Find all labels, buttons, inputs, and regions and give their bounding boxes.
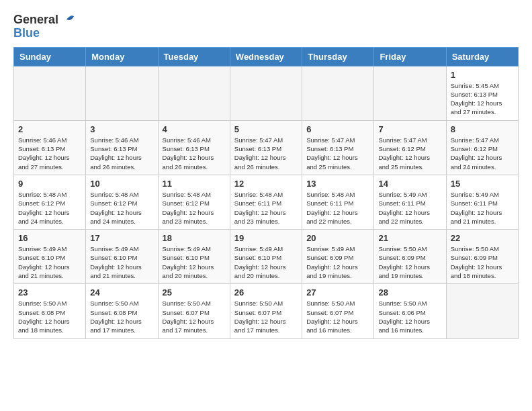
day-of-week-header: Tuesday — [158, 47, 230, 66]
day-number: 24 — [90, 287, 153, 298]
calendar-cell: 24Sunrise: 5:50 AM Sunset: 6:08 PM Dayli… — [86, 284, 158, 338]
day-number: 8 — [451, 124, 514, 134]
calendar-cell — [86, 66, 158, 120]
calendar-cell: 2Sunrise: 5:46 AM Sunset: 6:13 PM Daylig… — [14, 120, 86, 175]
logo-general-text: General — [13, 13, 58, 27]
calendar-week-row: 2Sunrise: 5:46 AM Sunset: 6:13 PM Daylig… — [14, 120, 519, 175]
calendar-cell — [14, 66, 86, 120]
day-number: 11 — [163, 179, 226, 189]
day-detail: Sunrise: 5:47 AM Sunset: 6:12 PM Dayligh… — [451, 136, 514, 171]
calendar-cell: 15Sunrise: 5:49 AM Sunset: 6:11 PM Dayli… — [446, 175, 518, 229]
calendar-cell: 16Sunrise: 5:49 AM Sunset: 6:10 PM Dayli… — [14, 230, 86, 284]
day-of-week-header: Wednesday — [230, 47, 302, 66]
calendar-cell: 11Sunrise: 5:48 AM Sunset: 6:12 PM Dayli… — [158, 175, 230, 229]
calendar-cell: 5Sunrise: 5:47 AM Sunset: 6:13 PM Daylig… — [230, 120, 302, 175]
day-detail: Sunrise: 5:48 AM Sunset: 6:12 PM Dayligh… — [90, 190, 153, 226]
calendar-cell: 8Sunrise: 5:47 AM Sunset: 6:12 PM Daylig… — [446, 120, 518, 175]
day-of-week-header: Sunday — [14, 47, 86, 66]
calendar-cell: 27Sunrise: 5:50 AM Sunset: 6:07 PM Dayli… — [302, 284, 374, 338]
day-detail: Sunrise: 5:49 AM Sunset: 6:10 PM Dayligh… — [18, 244, 81, 280]
day-detail: Sunrise: 5:50 AM Sunset: 6:07 PM Dayligh… — [163, 299, 226, 334]
calendar-cell — [374, 66, 446, 120]
calendar-cell: 10Sunrise: 5:48 AM Sunset: 6:12 PM Dayli… — [86, 175, 158, 229]
day-detail: Sunrise: 5:50 AM Sunset: 6:07 PM Dayligh… — [306, 299, 369, 334]
calendar-week-row: 1Sunrise: 5:45 AM Sunset: 6:13 PM Daylig… — [14, 66, 519, 120]
calendar-cell: 1Sunrise: 5:45 AM Sunset: 6:13 PM Daylig… — [446, 66, 518, 120]
day-detail: Sunrise: 5:49 AM Sunset: 6:10 PM Dayligh… — [90, 244, 153, 280]
calendar-cell — [230, 66, 302, 120]
day-detail: Sunrise: 5:50 AM Sunset: 6:09 PM Dayligh… — [378, 244, 441, 280]
day-number: 28 — [378, 287, 441, 298]
day-detail: Sunrise: 5:46 AM Sunset: 6:13 PM Dayligh… — [163, 136, 226, 171]
calendar-cell: 9Sunrise: 5:48 AM Sunset: 6:12 PM Daylig… — [14, 175, 86, 229]
day-number: 22 — [451, 233, 514, 243]
calendar-cell: 6Sunrise: 5:47 AM Sunset: 6:13 PM Daylig… — [302, 120, 374, 175]
day-detail: Sunrise: 5:50 AM Sunset: 6:07 PM Dayligh… — [234, 299, 298, 334]
day-of-week-header: Thursday — [302, 47, 374, 66]
day-number: 1 — [451, 70, 514, 80]
calendar-cell — [446, 284, 518, 338]
calendar-header-row: SundayMondayTuesdayWednesdayThursdayFrid… — [14, 47, 519, 66]
day-number: 5 — [234, 124, 298, 134]
day-number: 9 — [18, 179, 81, 189]
day-detail: Sunrise: 5:46 AM Sunset: 6:13 PM Dayligh… — [90, 136, 153, 171]
calendar-cell: 22Sunrise: 5:50 AM Sunset: 6:09 PM Dayli… — [446, 230, 518, 284]
day-detail: Sunrise: 5:49 AM Sunset: 6:09 PM Dayligh… — [306, 244, 369, 280]
day-detail: Sunrise: 5:49 AM Sunset: 6:11 PM Dayligh… — [378, 190, 441, 226]
day-number: 4 — [163, 124, 226, 134]
day-number: 10 — [90, 179, 153, 189]
day-number: 13 — [306, 179, 369, 189]
day-detail: Sunrise: 5:46 AM Sunset: 6:13 PM Dayligh… — [18, 136, 81, 171]
day-detail: Sunrise: 5:50 AM Sunset: 6:08 PM Dayligh… — [18, 299, 81, 334]
calendar-cell: 7Sunrise: 5:47 AM Sunset: 6:12 PM Daylig… — [374, 120, 446, 175]
day-number: 20 — [306, 233, 369, 243]
logo: General Blue — [13, 13, 75, 40]
day-of-week-header: Monday — [86, 47, 158, 66]
page-header: General Blue — [13, 13, 519, 40]
calendar-cell: 23Sunrise: 5:50 AM Sunset: 6:08 PM Dayli… — [14, 284, 86, 338]
day-number: 19 — [234, 233, 298, 243]
calendar-week-row: 23Sunrise: 5:50 AM Sunset: 6:08 PM Dayli… — [14, 284, 519, 338]
day-number: 7 — [378, 124, 441, 134]
calendar-cell: 26Sunrise: 5:50 AM Sunset: 6:07 PM Dayli… — [230, 284, 302, 338]
day-detail: Sunrise: 5:49 AM Sunset: 6:10 PM Dayligh… — [234, 244, 298, 280]
logo-bird-icon — [60, 13, 75, 25]
calendar-cell: 21Sunrise: 5:50 AM Sunset: 6:09 PM Dayli… — [374, 230, 446, 284]
calendar-cell — [158, 66, 230, 120]
day-number: 16 — [18, 233, 81, 243]
calendar-week-row: 16Sunrise: 5:49 AM Sunset: 6:10 PM Dayli… — [14, 230, 519, 284]
calendar-cell: 18Sunrise: 5:49 AM Sunset: 6:10 PM Dayli… — [158, 230, 230, 284]
day-number: 17 — [90, 233, 153, 243]
day-number: 25 — [163, 287, 226, 298]
day-number: 2 — [18, 124, 81, 134]
day-number: 6 — [306, 124, 369, 134]
day-detail: Sunrise: 5:49 AM Sunset: 6:10 PM Dayligh… — [163, 244, 226, 280]
day-detail: Sunrise: 5:49 AM Sunset: 6:11 PM Dayligh… — [451, 190, 514, 226]
calendar-cell: 12Sunrise: 5:48 AM Sunset: 6:11 PM Dayli… — [230, 175, 302, 229]
day-detail: Sunrise: 5:47 AM Sunset: 6:13 PM Dayligh… — [306, 136, 369, 171]
calendar-cell: 28Sunrise: 5:50 AM Sunset: 6:06 PM Dayli… — [374, 284, 446, 338]
day-of-week-header: Saturday — [446, 47, 518, 66]
day-detail: Sunrise: 5:50 AM Sunset: 6:09 PM Dayligh… — [451, 244, 514, 280]
calendar-cell: 4Sunrise: 5:46 AM Sunset: 6:13 PM Daylig… — [158, 120, 230, 175]
calendar-cell: 3Sunrise: 5:46 AM Sunset: 6:13 PM Daylig… — [86, 120, 158, 175]
day-number: 21 — [378, 233, 441, 243]
day-number: 3 — [90, 124, 153, 134]
day-number: 18 — [163, 233, 226, 243]
day-detail: Sunrise: 5:50 AM Sunset: 6:06 PM Dayligh… — [378, 299, 441, 334]
day-detail: Sunrise: 5:48 AM Sunset: 6:11 PM Dayligh… — [306, 190, 369, 226]
day-detail: Sunrise: 5:45 AM Sunset: 6:13 PM Dayligh… — [451, 81, 514, 117]
calendar-week-row: 9Sunrise: 5:48 AM Sunset: 6:12 PM Daylig… — [14, 175, 519, 229]
calendar-cell: 17Sunrise: 5:49 AM Sunset: 6:10 PM Dayli… — [86, 230, 158, 284]
day-detail: Sunrise: 5:48 AM Sunset: 6:12 PM Dayligh… — [163, 190, 226, 226]
day-number: 23 — [18, 287, 81, 298]
day-detail: Sunrise: 5:50 AM Sunset: 6:08 PM Dayligh… — [90, 299, 153, 334]
calendar-cell: 20Sunrise: 5:49 AM Sunset: 6:09 PM Dayli… — [302, 230, 374, 284]
day-number: 12 — [234, 179, 298, 189]
calendar-table: SundayMondayTuesdayWednesdayThursdayFrid… — [13, 47, 519, 339]
day-number: 27 — [306, 287, 369, 298]
day-number: 15 — [451, 179, 514, 189]
calendar-cell: 13Sunrise: 5:48 AM Sunset: 6:11 PM Dayli… — [302, 175, 374, 229]
logo-mark: General Blue — [13, 13, 75, 40]
day-number: 14 — [378, 179, 441, 189]
